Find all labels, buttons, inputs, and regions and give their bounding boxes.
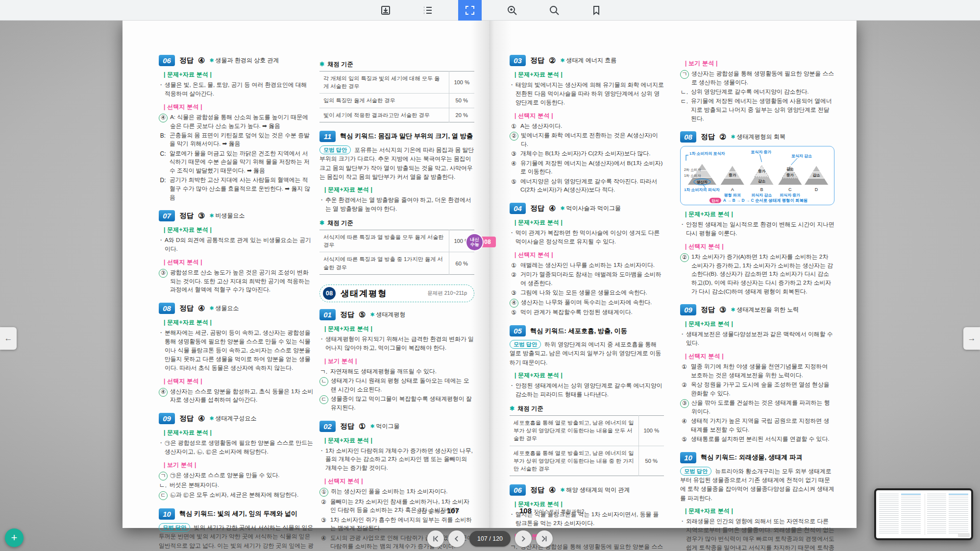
section-header: 06정답④✱생물과 환경의 상호 관계 <box>159 55 314 66</box>
analysis-paragraph: 분해자에는 세균, 곰팡이 등이 속하고, 생산자는 광합성을 통해 생명활동에… <box>159 329 314 373</box>
analysis-paragraph: A와 D의 의견에 공통적으로 관계 있는 비생물요소는 공기이다. <box>159 236 314 254</box>
choice-list: ①애벌레는 생산자인 나무를 소비하는 1차 소비자이다.②거미가 멸종되더라도… <box>510 261 664 317</box>
footer-label: 자이스토리 통합과학2 <box>534 508 584 514</box>
analysis-paragraph: 생태계보전은 생물다양성보전과 같은 맥락에서 이해할 수 있다. <box>680 330 834 348</box>
svg-text:생산자: 생산자 <box>696 180 708 185</box>
correct-choice-marker: ④ <box>159 114 168 122</box>
choice-item: ⑤먹이 관계가 복잡할수록 안정된 생태계이다. <box>510 308 664 317</box>
question-number-badge: 10 <box>680 452 696 463</box>
analysis-paragraph: ㉠은 광합성으로 생명활동에 필요한 양분을 스스로 만드는 생산자이고, ㉡,… <box>159 439 314 456</box>
correct-choice-marker: ③ <box>159 269 168 278</box>
choice-marker: C: <box>159 149 167 175</box>
svg-text:C: C <box>788 187 792 192</box>
grading-criteria-table: 각 개체의 잎의 특징과 빛의 세기에 대해 모두 옳게 서술한 경우100 %… <box>319 71 474 122</box>
criteria-cell: 잎의 특징만 옳게 서술한 경우 <box>319 94 449 108</box>
thumbnail-column <box>927 494 947 535</box>
bookmark-button[interactable] <box>585 0 608 21</box>
solution-section: 09정답③✱생태계보전을 위한 노력| 문제+자료 분석 |생태계보전은 생물다… <box>680 304 834 443</box>
percent-cell: 100 % <box>449 72 474 94</box>
add-button[interactable]: + <box>5 528 24 547</box>
fullscreen-button[interactable] <box>458 0 482 21</box>
asterisk-icon: ✱ <box>560 205 564 211</box>
svg-text:피식자 증가: 피식자 증가 <box>780 193 800 197</box>
thumbnail-preview[interactable] <box>874 488 973 540</box>
prev-page-button[interactable] <box>448 530 465 547</box>
section-header: 09정답③✱생태계보전을 위한 노력 <box>680 304 834 315</box>
choice-text: 유기물에 저장된 에너지는 생명활동에 사용되어 열에너지로 방출되고 나머지 … <box>691 97 834 123</box>
choice-item: ②1차 소비자가 증가(A)하면 1차 소비자를 소비하는 2차 소비자가 증가… <box>680 253 834 296</box>
prev-spread-button[interactable]: ← <box>0 327 17 350</box>
section-header: 08정답④✱생물요소 <box>159 303 314 314</box>
analysis-label: | 보기 분석 | <box>164 461 314 469</box>
table-row: 세포호흡을 통해 열로 방출되고, 남은 에너지의 일부가 상위 영양단계로 이… <box>510 415 664 446</box>
question-number-badge: 09 <box>159 413 175 424</box>
correct-choice-marker: ① <box>319 488 328 497</box>
grading-criteria-table: 세포호흡을 통해 열로 방출되고, 남은 에너지의 일부가 상위 영양단계로 이… <box>510 415 664 476</box>
question-number-badge: 03 <box>510 55 526 66</box>
choice-marker: ④ <box>510 159 518 176</box>
analysis-label: | 문제+자료 분석 | <box>685 210 834 218</box>
choice-text: 거미가 멸종되더라도 참새는 애벌레와 도마뱀을 소비하여 생존한다. <box>520 270 664 287</box>
choice-item: ③그림에 나와 있는 모든 생물은 생물요소에 속한다. <box>510 288 664 297</box>
answer-word: 정답 <box>179 414 194 423</box>
download-button[interactable] <box>374 0 397 21</box>
table-of-contents-button[interactable] <box>416 0 440 21</box>
download-icon <box>380 4 392 16</box>
choice-list: ㄱ.자연재해도 생태계평형을 깨뜨릴 수 있다.ㄴ생태계가 다시 원래의 평형 … <box>319 367 474 412</box>
answer-word: 정답 <box>530 204 544 213</box>
page-left: 06정답④✱생물과 환경의 상호 관계| 문제+자료 분석 |생물은 빛, 온도… <box>122 21 490 528</box>
solution-section: ✱ 채점 기준각 개체의 잎의 특징과 빛의 세기에 대해 모두 옳게 서술한 … <box>319 60 474 122</box>
answer-choice: ③ <box>198 211 205 220</box>
analysis-label: | 문제+자료 분석 | <box>514 218 664 227</box>
grading-criteria-title: 채점 기준 <box>326 61 353 68</box>
question-topic: ✱생태계평형의 회복 <box>731 133 785 141</box>
solution-section: 08정답④✱생물요소| 문제+자료 분석 |분해자에는 세균, 곰팡이 등이 속… <box>159 303 314 405</box>
model-answer-tag: 모범 답안 <box>319 145 351 154</box>
plus-icon: + <box>11 531 18 544</box>
table-row: 세포호흡을 통해 열로 방출되고, 남은 에너지의 일부가 상위 영양단계로 이… <box>510 446 664 476</box>
ecosystem-balance-diagram: 2차 소비자1차 소비자생산자1차 소비자의 포식자포식자 증가포식자 감소증가… <box>680 146 834 205</box>
next-page-button[interactable] <box>515 530 532 547</box>
model-answer: 모범 답안뉴트리아와 황소개구리는 모두 외부 생태계로부터 유입된 생물종으로… <box>680 467 834 503</box>
analysis-label: | 보기 분석 | <box>685 59 834 68</box>
thumbnail-column <box>879 494 899 535</box>
question-number-badge: 05 <box>510 325 526 336</box>
grading-criteria-header: ✱ 채점 기준 <box>319 60 474 69</box>
question-number-badge: 08 <box>159 303 175 314</box>
asterisk-icon: ✱ <box>731 134 735 140</box>
choice-marker: ㄱ. <box>319 367 328 376</box>
choice-list: ①멸종 위기에 처한 야생 생물을 천연기념물로 지정하여 보호하는 것은 생태… <box>680 362 834 444</box>
section-header: 03정답②✱생태계 에너지 흐름 <box>510 55 664 66</box>
choice-item: ④생태적 가치가 높은 지역을 국립 공원으로 지정하면 생태계를 보전할 수 … <box>680 417 834 434</box>
choice-text: ㉠은 생산자로 스스로 양분을 만들 수 있다. <box>170 471 314 480</box>
footer-label: 정답 및 해설 <box>416 508 445 514</box>
asterisk-icon: ✱ <box>731 307 735 312</box>
percent-cell: 20 % <box>449 108 474 122</box>
first-page-button[interactable] <box>427 530 444 547</box>
svg-text:1차 소비자의 포식자: 1차 소비자의 포식자 <box>689 151 725 156</box>
right-page-column-1: 03정답②✱생태계 에너지 흐름| 문제+자료 분석 |태양의 빛에너지는 생산… <box>510 55 664 551</box>
last-page-button[interactable] <box>536 530 553 547</box>
zoom-in-button[interactable] <box>500 0 524 21</box>
topic-text: 생태계 에너지 흐름 <box>566 57 617 64</box>
pyramid-figure: 2차 소비자1차 소비자생산자1차 소비자의 포식자포식자 증가포식자 감소증가… <box>682 149 833 204</box>
answer-word: 정답 <box>530 56 544 65</box>
answer-word: 정답 <box>530 485 544 495</box>
choice-item: ㄷ.유기물에 저장된 에너지는 생명활동에 사용되어 열에너지로 방출되고 나머… <box>680 97 834 123</box>
choice-marker: ③ <box>319 516 328 533</box>
choice-item: C:알로에가 물을 머금고 있는 까닭은 건조한 지역에서 서식하기 때문에 수… <box>159 149 314 175</box>
exam-badge-line2: 수능 <box>470 242 479 247</box>
choice-marker: ㄴ. <box>159 481 167 490</box>
answer-choice: ④ <box>198 56 205 65</box>
choice-item: ㄴ생태계가 다시 원래의 평형 상태로 돌아오는 데에는 오랜 시간이 소요된다… <box>319 377 474 394</box>
asterisk-icon: ✱ <box>319 219 324 226</box>
search-button[interactable] <box>542 0 566 21</box>
topic-text: 먹이사슬과 먹이그물 <box>566 205 621 212</box>
bookmark-icon <box>590 4 602 16</box>
asterisk-icon: ✱ <box>209 415 214 421</box>
question-number-badge: 06 <box>510 484 526 496</box>
next-spread-button[interactable]: → <box>963 327 980 350</box>
question-number-badge: 11 <box>319 131 336 142</box>
solution-section: 11핵심 키워드: 몸집과 말단 부위의 크기, 열 방출모범 답안포유류는 서… <box>319 131 474 275</box>
solution-section: 04정답④✱먹이사슬과 먹이그물| 문제+자료 분석 |먹이 관계가 복잡하면 … <box>510 203 664 317</box>
